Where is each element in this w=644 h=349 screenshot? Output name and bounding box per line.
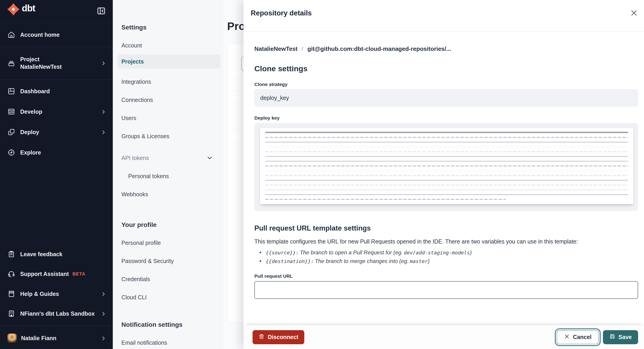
- sidebar-item-deploy[interactable]: Deploy: [0, 122, 113, 142]
- chevron-right-icon: [101, 60, 106, 66]
- trash-icon: [258, 333, 264, 341]
- divider: [0, 326, 113, 326]
- deploy-icon: [8, 128, 15, 136]
- sidebar-item-label: NFiann's dbt Labs Sandbox: [20, 310, 95, 317]
- app-root: dbt Account home: [0, 0, 644, 349]
- building-icon: [8, 310, 15, 318]
- settings-nav-item-api-tokens[interactable]: API tokens: [122, 152, 149, 164]
- dbt-logo-icon: [7, 3, 20, 16]
- clone-strategy-label: Clone strategy: [254, 82, 638, 87]
- settings-nav: Settings Account Projects Integrations C…: [113, 0, 224, 349]
- pr-url-label: Pull request URL: [254, 274, 638, 279]
- save-button[interactable]: Save: [603, 330, 638, 344]
- chevron-right-icon: [101, 311, 106, 316]
- divider: [0, 80, 113, 80]
- variable-source: • {{source}}: The branch to open a Pull …: [254, 248, 638, 257]
- breadcrumb: NatalieNewTest / git@github.com:dbt-clou…: [254, 46, 638, 52]
- breadcrumb-separator: /: [302, 46, 303, 52]
- settings-header: Settings: [122, 24, 146, 31]
- pr-template-heading: Pull request URL template settings: [254, 224, 638, 232]
- sidebar-item-develop[interactable]: Develop: [0, 102, 113, 121]
- drawer-title: Repository details: [251, 9, 312, 17]
- breadcrumb-project[interactable]: NatalieNewTest: [254, 46, 298, 52]
- chevron-right-icon: [101, 130, 106, 134]
- settings-nav-item-password-security[interactable]: Password & Security: [122, 254, 174, 267]
- settings-nav-item-credentials[interactable]: Credentials: [122, 273, 150, 286]
- sidebar-item-label: Support Assistant: [20, 271, 69, 277]
- sidebar-item-label: Deploy: [20, 129, 39, 136]
- divider: [0, 23, 113, 23]
- clone-strategy-field[interactable]: deploy_key: [254, 89, 638, 107]
- settings-nav-item-projects[interactable]: Projects: [122, 55, 144, 68]
- sidebar-item-label: Explore: [20, 149, 41, 156]
- variable-destination: • {{destination}}: The branch to merge c…: [254, 257, 638, 266]
- explore-icon: [8, 149, 15, 156]
- drawer-header: Repository details: [244, 0, 644, 32]
- save-floppy-icon: [609, 333, 616, 341]
- settings-nav-item-webhooks[interactable]: Webhooks: [122, 188, 148, 200]
- drawer-body: NatalieNewTest / git@github.com:dbt-clou…: [244, 32, 644, 325]
- x-icon: [564, 334, 570, 341]
- feedback-clipboard-icon: [8, 250, 15, 258]
- settings-nav-item-account[interactable]: Account: [122, 39, 142, 52]
- drawer-footer: Disconnect Cancel: [244, 325, 644, 349]
- sidebar-item-dashboard[interactable]: Dashboard: [0, 82, 113, 101]
- pr-template-variables: • {{source}}: The branch to open a Pull …: [254, 248, 638, 266]
- disconnect-button[interactable]: Disconnect: [252, 330, 304, 344]
- repository-details-drawer: Repository details NatalieNewTest / git@…: [244, 0, 644, 349]
- clone-settings-heading: Clone settings: [254, 64, 638, 73]
- beta-badge: BETA: [72, 272, 85, 276]
- pr-template-description: This template configures the URL for new…: [254, 238, 638, 245]
- sidebar-item-account-home[interactable]: Account home: [0, 26, 113, 43]
- settings-nav-item-integrations[interactable]: Integrations: [122, 75, 151, 88]
- settings-nav-item-cloud-cli[interactable]: Cloud CLI: [122, 291, 146, 304]
- sidebar-item-project[interactable]: Project NatalieNewTest: [0, 50, 113, 77]
- deploy-key-redacted-content: [260, 128, 634, 204]
- user-avatar: [8, 334, 16, 343]
- sidebar-item-label: Dashboard: [20, 88, 50, 94]
- sidebar-item-sandbox-account[interactable]: NFiann's dbt Labs Sandbox: [0, 304, 113, 323]
- sidebar-item-label: Develop: [20, 108, 42, 115]
- settings-nav-item-email-notifications[interactable]: Email notifications: [122, 336, 167, 349]
- sidebar-collapse-button[interactable]: [96, 6, 106, 16]
- deploy-key-label: Deploy key: [254, 115, 638, 121]
- pr-url-input[interactable]: [254, 281, 638, 299]
- close-icon[interactable]: [629, 8, 639, 18]
- footer-actions: Cancel Save: [557, 330, 638, 344]
- chevron-down-icon[interactable]: [207, 155, 212, 161]
- sidebar-header: dbt: [0, 0, 113, 23]
- sidebar-item-label: Leave feedback: [20, 251, 62, 258]
- home-icon: [8, 31, 15, 38]
- settings-nav-item-personal-profile[interactable]: Personal profile: [122, 236, 161, 249]
- settings-nav-item-connections[interactable]: Connections: [122, 94, 153, 106]
- left-sidebar: dbt Account home: [0, 0, 113, 349]
- sidebar-item-label: Project NatalieNewTest: [20, 56, 62, 70]
- sidebar-item-support-assistant[interactable]: Support Assistant BETA: [0, 264, 113, 284]
- cancel-button[interactable]: Cancel: [557, 330, 599, 344]
- breadcrumb-repo-url: git@github.com:dbt-cloud-managed-reposit…: [308, 46, 451, 52]
- chevron-right-icon: [101, 109, 106, 114]
- sidebar-item-label: Account home: [20, 32, 60, 38]
- chevron-right-icon: [101, 291, 106, 296]
- sidebar-item-explore[interactable]: Explore: [0, 143, 113, 162]
- deploy-key-field[interactable]: [254, 123, 638, 211]
- notification-settings-header: Notification settings: [122, 321, 182, 328]
- chevron-right-icon: [101, 336, 106, 340]
- headset-icon: [8, 270, 15, 278]
- your-profile-header: Your profile: [122, 221, 156, 228]
- settings-nav-item-personal-tokens[interactable]: Personal tokens: [128, 170, 169, 182]
- divider: [0, 47, 113, 47]
- dashboard-icon: [8, 87, 15, 95]
- settings-nav-item-users[interactable]: Users: [122, 112, 136, 124]
- brand-name: dbt: [22, 3, 35, 14]
- settings-nav-item-groups-licenses[interactable]: Groups & Licenses: [122, 130, 169, 142]
- project-icon: [8, 59, 15, 67]
- sidebar-item-label: Help & Guides: [20, 291, 59, 297]
- sidebar-item-leave-feedback[interactable]: Leave feedback: [0, 244, 113, 264]
- user-name: Natalie Fiann: [21, 335, 56, 342]
- sidebar-user-menu[interactable]: Natalie Fiann: [0, 328, 113, 348]
- book-icon: [8, 290, 15, 298]
- sidebar-item-help-guides[interactable]: Help & Guides: [0, 284, 113, 304]
- develop-icon: [8, 108, 15, 116]
